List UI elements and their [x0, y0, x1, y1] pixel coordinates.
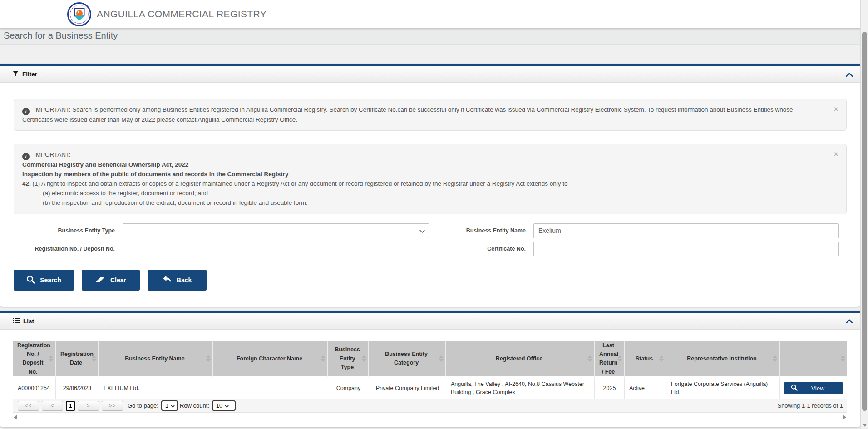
scroll-right-icon[interactable] [843, 415, 846, 419]
col-header-foreign-character-name[interactable]: Foreign Character Name [213, 341, 328, 378]
registration-no-label: Registration No. / Deposit No. [14, 246, 123, 252]
table-row: A000001254 29/06/2023 EXELIUM Ltd. Compa… [13, 378, 847, 399]
row-count-label: Row count: [180, 402, 209, 409]
chevron-down-icon [419, 227, 425, 235]
search-icon [26, 275, 35, 285]
chevron-up-icon [846, 317, 853, 325]
row-count-select[interactable]: 10 [212, 400, 236, 411]
certificate-no-input[interactable] [533, 242, 839, 256]
current-page-button[interactable]: 1 [66, 401, 75, 411]
cell-foreign-character-name [213, 378, 328, 399]
sort-icon [773, 355, 777, 362]
chevron-down-icon [225, 403, 229, 409]
cell-registered-office: Anguilla, The Valley , AI-2640, No.8 Cas… [446, 378, 595, 399]
goto-page-select[interactable]: 1 [161, 400, 178, 411]
sort-icon [206, 355, 211, 362]
act-clause: 42. (1) A right to inspect and obtain ex… [22, 179, 824, 189]
filter-icon [13, 70, 19, 79]
table-header-row: Registration No. / Deposit No. Registrat… [13, 341, 847, 378]
col-header-representative-institution[interactable]: Representative Institution [666, 341, 780, 378]
scroll-down-icon[interactable] [863, 424, 867, 427]
close-icon[interactable]: ✕ [833, 104, 839, 114]
last-page-button[interactable]: >> [102, 401, 123, 411]
info-icon: i [22, 108, 30, 115]
page-heading-strip: Search for a Business Entity [0, 28, 868, 45]
results-table: Registration No. / Deposit No. Registrat… [13, 341, 847, 399]
col-header-actions[interactable] [780, 341, 847, 378]
list-icon [13, 317, 20, 325]
sort-icon [362, 355, 366, 362]
cell-actions: View [780, 378, 847, 399]
search-form: Business Entity Type Business Entity Nam… [14, 223, 847, 256]
records-summary: Showing 1-1 records of 1 [777, 402, 843, 409]
cell-business-entity-category: Private Company Limited [369, 378, 446, 399]
business-entity-name-label: Business Entity Name [429, 227, 533, 234]
col-header-business-entity-type[interactable]: Business Entity Type [328, 341, 369, 378]
brand-title: ANGUILLA COMMERCIAL REGISTRY [97, 9, 266, 20]
cell-last-annual-return: 2025 [595, 378, 625, 399]
registry-seal-logo [67, 2, 91, 26]
registration-no-input[interactable] [123, 242, 429, 256]
sort-icon [587, 355, 592, 362]
sort-icon [321, 355, 326, 362]
horizontal-scrollbar[interactable] [13, 414, 847, 420]
search-scope-notice-text: IMPORTANT: Search is performed only amon… [22, 106, 793, 123]
search-scope-notice: ✕ iIMPORTANT: Search is performed only a… [14, 99, 847, 131]
act-clause-item-a: (a) electronic access to the register, d… [22, 189, 824, 198]
app-header: ANGUILLA COMMERCIAL REGISTRY [0, 0, 868, 28]
vertical-scrollbar[interactable] [860, 0, 868, 429]
sort-icon [841, 355, 845, 362]
cell-registration-date: 29/06/2023 [56, 378, 99, 399]
back-arrow-icon [163, 275, 172, 285]
clear-button[interactable]: Clear [82, 270, 140, 291]
certificate-no-label: Certificate No. [429, 246, 533, 252]
scrollbar-thumb[interactable] [862, 32, 867, 411]
cell-registration-no: A000001254 [13, 378, 56, 399]
goto-page-label: Go to page: [128, 402, 158, 409]
filter-panel-title: Filter [22, 71, 37, 78]
col-header-last-annual-return[interactable]: Last Annual Return / Fee [595, 341, 625, 378]
sort-icon [659, 355, 664, 362]
act-title: Commercial Registry and Beneficial Owner… [22, 160, 824, 170]
pagination-bar: << < 1 > >> Go to page: 1 Row count: 10 … [13, 399, 847, 413]
first-page-button[interactable]: << [18, 401, 39, 411]
cell-business-entity-type: Company [328, 378, 369, 399]
list-panel-title: List [23, 318, 34, 325]
search-icon [791, 384, 798, 392]
view-button[interactable]: View [784, 382, 843, 394]
list-collapse-button[interactable] [846, 317, 853, 325]
sort-icon [617, 355, 622, 362]
close-icon[interactable]: ✕ [833, 149, 839, 159]
act-notice-label: IMPORTANT: [34, 151, 71, 158]
list-panel: List Registration No. / Deposit No. Regi… [0, 311, 860, 428]
cell-business-entity-name: EXELIUM Ltd. [99, 378, 213, 399]
search-button[interactable]: Search [14, 270, 74, 291]
col-header-business-entity-name[interactable]: Business Entity Name [99, 341, 213, 378]
filter-collapse-button[interactable] [846, 70, 853, 79]
scroll-left-icon[interactable] [14, 415, 17, 419]
sort-icon [92, 355, 96, 362]
next-page-button[interactable]: > [78, 401, 99, 411]
chevron-up-icon [846, 70, 853, 79]
back-button[interactable]: Back [148, 270, 207, 291]
cell-status: Active [625, 378, 666, 399]
filter-panel: Filter ✕ iIMPORTANT: Search is performed… [0, 64, 860, 307]
sort-icon [49, 355, 53, 362]
col-header-registration-date[interactable]: Registration Date [56, 341, 99, 378]
col-header-status[interactable]: Status [625, 341, 666, 378]
act-clause-number: 42. [22, 180, 31, 187]
act-section-title: Inspection by members of the public of d… [22, 170, 824, 179]
col-header-registration-no[interactable]: Registration No. / Deposit No. [13, 341, 56, 378]
page-title: Search for a Business Entity [4, 30, 864, 41]
business-entity-type-select[interactable] [123, 223, 429, 238]
sort-icon [439, 355, 444, 362]
business-entity-name-input[interactable] [533, 223, 839, 238]
col-header-business-entity-category[interactable]: Business Entity Category [369, 341, 446, 378]
col-header-registered-office[interactable]: Registered Office [446, 341, 595, 378]
act-clause-item-b: (b) the inspection and reproduction of t… [22, 198, 824, 208]
cell-representative-institution: Fortgate Corporate Services (Anguilla) L… [666, 378, 780, 399]
act-notice: ✕ iIMPORTANT: Commercial Registry and Be… [14, 144, 847, 214]
list-panel-header: List [0, 313, 860, 330]
info-icon: i [22, 153, 30, 160]
prev-page-button[interactable]: < [42, 401, 63, 411]
